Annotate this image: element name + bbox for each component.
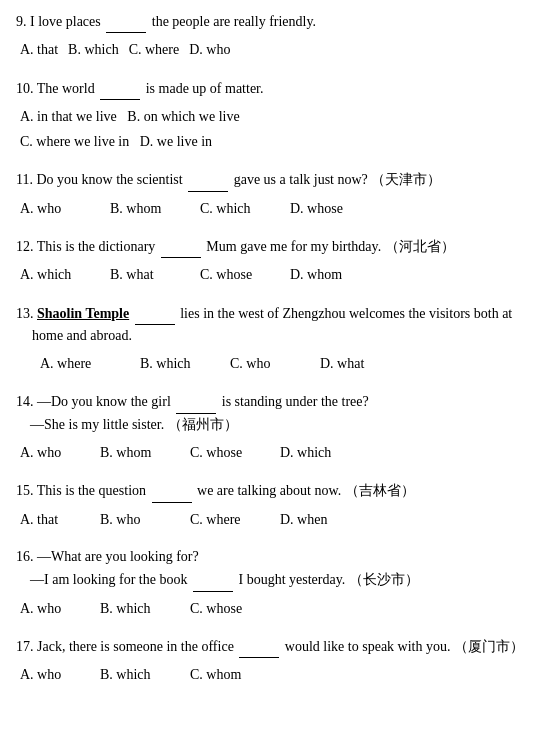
q15-optC: C. where [190,507,270,532]
question-12: 12. This is the dictionary Mum gave me f… [16,235,524,288]
q9-blank [106,10,146,33]
q9-number: 9. I love places [16,14,101,29]
q10-optA: A. in that we live [20,109,124,124]
q13-optC: C. who [230,351,310,376]
q11-optB: B. whom [110,196,190,221]
q10-number: 10. The world [16,81,95,96]
q12-options: A. which B. what C. whose D. whom [16,262,524,287]
q10-optD: D. we live in [140,134,212,149]
q14-optA: A. who [20,440,90,465]
q12-blank [161,235,201,258]
question-11: 11. Do you know the scientist gave us a … [16,168,524,221]
q11-optA: A. who [20,196,100,221]
q15-number: 15. This is the question [16,483,146,498]
q17-options: A. who B. which C. whom [16,662,524,687]
question-15: 15. This is the question we are talking … [16,479,524,532]
question-14: 14. —Do you know the girl is standing un… [16,390,524,465]
q9-optC: C. where [129,37,180,62]
question-17: 17. Jack, there is someone in the office… [16,635,524,688]
q16-optB: B. which [100,596,180,621]
q14-after: is standing under the tree? [222,394,369,409]
q15-optA: A. that [20,507,90,532]
question-12-text: 12. This is the dictionary Mum gave me f… [16,235,524,258]
q14-optD: D. which [280,440,331,465]
question-10-text: 10. The world is made up of matter. [16,77,524,100]
q10-after: is made up of matter. [146,81,264,96]
question-10: 10. The world is made up of matter. A. i… [16,77,524,155]
q14-line2: —She is my little sister. （福州市） [16,414,524,436]
q14-number: 14. —Do you know the girl [16,394,171,409]
q10-options: A. in that we live B. on which we live C… [16,104,524,154]
q15-optB: B. who [100,507,180,532]
q16-line1: 16. —What are you looking for? [16,546,524,568]
q12-optC: C. whose [200,262,280,287]
q16-number: 16. —What are you looking for? [16,549,199,564]
q14-optB: B. whom [100,440,180,465]
question-11-text: 11. Do you know the scientist gave us a … [16,168,524,191]
q11-after: gave us a talk just now? （天津市） [234,172,442,187]
q14-options: A. who B. whom C. whose D. which [16,440,524,465]
q13-number: 13. Shaolin Temple [16,306,129,321]
q13-blank [135,302,175,325]
q11-number: 11. Do you know the scientist [16,172,183,187]
q13-optA: A. where [40,351,130,376]
q14-optC: C. whose [190,440,270,465]
q10-row2: C. where we live in D. we live in [20,129,524,154]
q15-options: A. that B. who C. where D. when [16,507,524,532]
q17-number: 17. Jack, there is someone in the office [16,639,234,654]
q9-optD: D. who [189,37,230,62]
question-17-text: 17. Jack, there is someone in the office… [16,635,524,658]
q15-after: we are talking about now. （吉林省） [197,483,415,498]
q12-optA: A. which [20,262,100,287]
q17-optC: C. whom [190,662,241,687]
question-13: 13. Shaolin Temple lies in the west of Z… [16,302,524,377]
q9-options: A. that B. which C. where D. who [16,37,524,62]
q10-optC: C. where we live in [20,134,136,149]
question-16: 16. —What are you looking for? —I am loo… [16,546,524,621]
q16-blank [193,568,233,591]
q10-optB: B. on which we live [127,109,239,124]
q17-blank [239,635,279,658]
q16-reply-end: I bought yesterday. （长沙市） [238,572,418,587]
question-9: 9. I love places the people are really f… [16,10,524,63]
q13-optB: B. which [140,351,220,376]
q16-reply-start: —I am looking for the book [16,572,187,587]
q12-after: Mum gave me for my birthday. （河北省） [206,239,454,254]
question-9-text: 9. I love places the people are really f… [16,10,524,33]
q11-options: A. who B. whom C. which D. whose [16,196,524,221]
q15-optD: D. when [280,507,327,532]
q11-blank [188,168,228,191]
q16-line2: —I am looking for the book I bought yest… [16,568,524,591]
q13-optD: D. what [320,351,364,376]
q13-options: A. where B. which C. who D. what [16,351,524,376]
q14-line1: 14. —Do you know the girl is standing un… [16,390,524,413]
q9-optB: B. which [68,37,119,62]
q11-optD: D. whose [290,196,343,221]
question-15-text: 15. This is the question we are talking … [16,479,524,502]
q13-after: lies in the west of Zhengzhou welcomes t… [180,306,512,321]
question-13-text: 13. Shaolin Temple lies in the west of Z… [16,302,524,348]
q11-optC: C. which [200,196,280,221]
question-16-text: 16. —What are you looking for? —I am loo… [16,546,524,592]
q16-optC: C. whose [190,596,242,621]
q14-reply: —She is my little sister. （福州市） [16,417,238,432]
q16-options: A. who B. which C. whose [16,596,524,621]
q17-optA: A. who [20,662,90,687]
q10-blank [100,77,140,100]
q12-number: 12. This is the dictionary [16,239,155,254]
q12-optB: B. what [110,262,190,287]
q17-after: would like to speak with you. （厦门市） [285,639,524,654]
question-14-text: 14. —Do you know the girl is standing un… [16,390,524,436]
q13-after2: home and abroad. [16,328,132,343]
q9-optA: A. that [20,37,58,62]
q15-blank [152,479,192,502]
q14-blank [176,390,216,413]
q16-optA: A. who [20,596,90,621]
q10-row1: A. in that we live B. on which we live [20,104,524,129]
q17-optB: B. which [100,662,180,687]
q12-optD: D. whom [290,262,342,287]
q9-after: the people are really friendly. [152,14,316,29]
